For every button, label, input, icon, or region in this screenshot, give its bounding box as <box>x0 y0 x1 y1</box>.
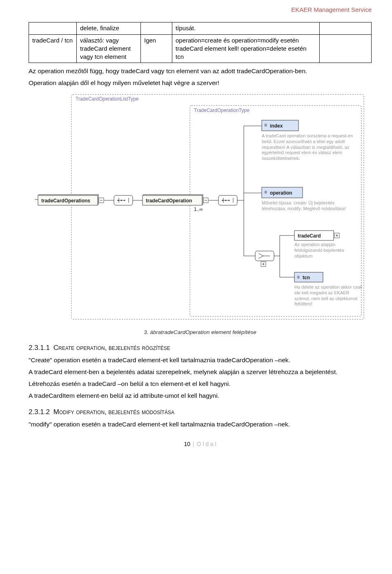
paragraph: A tradeCard element-ben a bejelentés ada… <box>29 368 372 377</box>
figure-caption: 3. ábratradeCardOperation element felépí… <box>29 329 372 336</box>
schema-diagram: TradeCardOperationListType TradeCardOper… <box>35 92 365 321</box>
cell <box>320 34 372 63</box>
diagram-node: tradeCardOperations <box>41 198 90 204</box>
page-header: EKAER Management Service <box>29 0 372 22</box>
diagram-desc: A tradeCard operation sorszáma a request… <box>262 133 356 161</box>
diagram-desc: Az operation alapján feldolgozandó bejel… <box>294 242 360 259</box>
diagram-desc: Művelet típusa: create: Új bejelentés lé… <box>262 200 356 212</box>
cell: operation=create és operation=modify ese… <box>172 34 320 63</box>
cell: választó: vagy tradeCard element vagy tc… <box>77 34 141 63</box>
diagram-node: tradeCardOperation <box>146 198 192 204</box>
paragraph: Létrehozás esetén a tradeCard –on belül … <box>29 380 372 388</box>
cell <box>320 22 372 34</box>
cell: típusát. <box>172 22 320 34</box>
svg-text:≡: ≡ <box>264 122 267 128</box>
diagram-field-tcn: tcn <box>303 275 310 280</box>
paragraph: A tradeCardItem element-en belül az id a… <box>29 392 372 400</box>
paragraph: Az operation mezőtől függ, hogy tradeCar… <box>29 67 372 76</box>
cell: delete, finalize <box>77 22 141 34</box>
table-row: delete, finalize típusát. <box>29 22 372 34</box>
heading-create-operation: 2.3.1.1 Create operation, bejelentés rög… <box>29 343 372 353</box>
cell: Igen <box>141 34 172 63</box>
cell <box>29 22 77 34</box>
diagram-field-operation: operation <box>270 190 292 196</box>
page-number: 10 <box>184 441 190 447</box>
cell <box>141 22 172 34</box>
heading-modify-operation: 2.3.1.2 Modify operation, bejelentés mód… <box>29 408 372 417</box>
diagram-field-index: index <box>270 123 283 129</box>
paragraph: "modify" operation esetén a tradeCard el… <box>29 420 372 429</box>
paragraph: "Create" operation esetén a tradeCard el… <box>29 356 372 365</box>
diagram-desc: Ha delete az operation akkor csak ide ke… <box>294 285 363 307</box>
param-table: delete, finalize típusát. tradeCard / tc… <box>29 22 372 63</box>
svg-text:≡: ≡ <box>297 274 300 280</box>
footer-label: O l d a l <box>196 441 216 447</box>
diagram-label: TradeCardOperationListType <box>76 96 139 102</box>
page-footer: 10 | O l d a l <box>29 440 372 448</box>
diagram-field-tradecard: tradeCard <box>298 233 321 239</box>
cell: tradeCard / tcn <box>29 34 77 63</box>
heading-text: Modify operation, bejelentés módosítása <box>53 408 174 416</box>
svg-text:≡: ≡ <box>264 189 267 195</box>
heading-number: 2.3.1.2 <box>29 408 50 416</box>
diagram-multiplicity: 1..∞ <box>194 206 203 212</box>
footer-sep: | <box>191 441 196 447</box>
paragraph: Operation alapján dől el hogy milyen műv… <box>29 79 372 87</box>
table-row: tradeCard / tcn választó: vagy tradeCard… <box>29 34 372 63</box>
heading-text: Create operation, bejelentés rögzítése <box>53 344 170 352</box>
diagram-label: TradeCardOperationType <box>194 108 249 113</box>
heading-number: 2.3.1.1 <box>29 344 50 352</box>
